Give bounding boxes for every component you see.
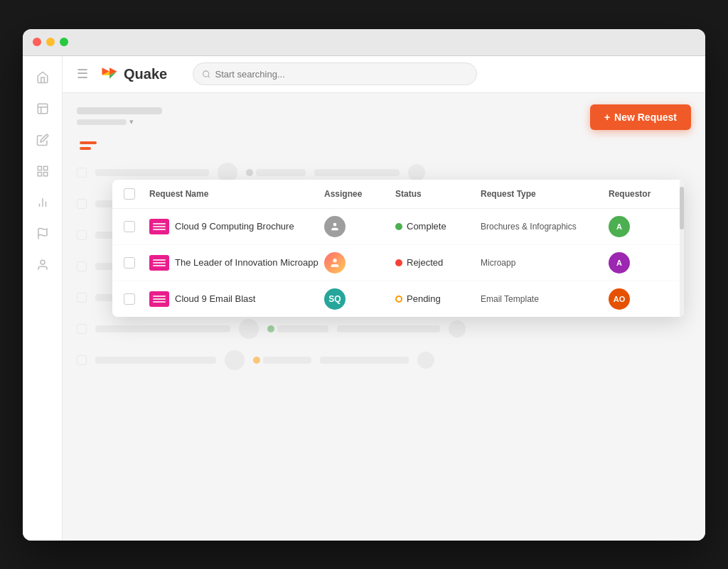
requestor-cell: A	[609, 252, 673, 273]
col-header-request-name: Request Name	[149, 189, 324, 199]
status-cell: Rejected	[395, 257, 481, 268]
svg-line-16	[208, 75, 210, 77]
search-icon	[202, 70, 210, 79]
svg-rect-0	[38, 104, 48, 114]
request-type-text: Microapp	[481, 258, 609, 268]
new-request-label: New Request	[614, 112, 677, 123]
requestor-avatar: A	[609, 252, 630, 273]
request-name-text: Cloud 9 Email Blast	[175, 293, 255, 304]
row-checkbox[interactable]	[124, 221, 135, 232]
close-button[interactable]	[33, 38, 41, 46]
page-content: ▾ + New Request	[63, 93, 705, 541]
requestor-avatar: AO	[609, 288, 630, 310]
menu-icon[interactable]: ☰	[77, 66, 88, 82]
request-type-icon	[149, 219, 169, 234]
svg-rect-3	[38, 166, 41, 170]
requestor-cell: A	[609, 216, 673, 237]
bg-table-row	[77, 346, 691, 374]
table-row[interactable]: Cloud 9 Computing Brochure Complete	[112, 209, 684, 245]
svg-point-17	[333, 222, 337, 226]
sidebar-item-person[interactable]	[30, 252, 55, 278]
logo-icon	[100, 64, 119, 84]
select-all-checkbox[interactable]	[124, 188, 149, 200]
svg-point-15	[203, 70, 209, 76]
requestor-cell: AO	[609, 288, 673, 310]
maximize-button[interactable]	[60, 38, 68, 46]
assignee-cell	[324, 252, 395, 273]
request-name-cell: Cloud 9 Computing Brochure	[149, 219, 324, 234]
breadcrumb-title	[77, 107, 162, 114]
logo: Quake	[100, 64, 167, 84]
svg-point-11	[41, 260, 45, 264]
app-body: ☰ Quake	[23, 56, 705, 541]
sidebar-item-home[interactable]	[30, 65, 55, 90]
sidebar-item-flag[interactable]	[30, 221, 55, 246]
assignee-avatar	[324, 252, 346, 273]
requests-table-card: Request Name Assignee Status Request Typ…	[112, 180, 684, 317]
titlebar	[23, 29, 705, 56]
col-header-status: Status	[395, 189, 481, 199]
svg-rect-6	[43, 172, 47, 175]
sidebar	[23, 56, 63, 541]
sidebar-item-requests[interactable]	[30, 96, 55, 121]
col-header-assignee: Assignee	[324, 189, 395, 199]
assignee-cell: SQ	[324, 288, 395, 310]
filter-icon	[80, 141, 97, 150]
request-name-cell: The Leader of Innovation Microapp	[149, 255, 324, 271]
request-type-text: Email Template	[481, 294, 609, 304]
request-name-text: Cloud 9 Computing Brochure	[175, 221, 294, 232]
assignee-avatar	[324, 216, 346, 237]
new-request-icon: +	[604, 112, 610, 123]
table-header: Request Name Assignee Status Request Typ…	[112, 180, 684, 209]
svg-rect-5	[38, 172, 41, 175]
request-type-icon	[149, 255, 169, 271]
table-row[interactable]: The Leader of Innovation Microapp Reject…	[112, 245, 684, 281]
new-request-button[interactable]: + New Request	[590, 104, 691, 130]
background-table: Request Name Assignee Status Request Typ…	[77, 141, 691, 374]
page-header: ▾ + New Request	[77, 104, 691, 130]
breadcrumb: ▾	[77, 107, 162, 126]
minimize-button[interactable]	[46, 38, 55, 46]
chevron-down-icon: ▾	[129, 117, 134, 126]
app-window: ☰ Quake	[23, 29, 705, 541]
status-dot	[395, 296, 402, 303]
main-content: ☰ Quake	[63, 56, 705, 541]
request-type-icon	[149, 291, 169, 307]
scrollbar-track[interactable]	[680, 180, 684, 317]
status-dot	[395, 259, 402, 266]
assignee-cell	[324, 216, 395, 237]
col-header-requestor: Requestor	[609, 189, 673, 199]
status-cell: Pending	[395, 293, 481, 304]
scrollbar-thumb	[680, 187, 684, 229]
status-text: Pending	[407, 293, 441, 304]
svg-rect-4	[43, 166, 47, 170]
status-dot	[395, 223, 402, 230]
status-text: Rejected	[407, 257, 443, 268]
search-bar	[193, 63, 477, 85]
breadcrumb-subtitle	[77, 119, 127, 125]
assignee-avatar: SQ	[324, 288, 346, 310]
request-name-text: The Leader of Innovation Microapp	[175, 257, 318, 268]
request-name-cell: Cloud 9 Email Blast	[149, 291, 324, 307]
requestor-avatar: A	[609, 216, 630, 237]
svg-point-18	[333, 259, 336, 262]
row-checkbox[interactable]	[124, 293, 135, 305]
sidebar-item-grid[interactable]	[30, 158, 55, 184]
sidebar-item-edit[interactable]	[30, 127, 55, 153]
status-text: Complete	[407, 221, 446, 232]
bg-table-row	[77, 315, 691, 343]
logo-text: Quake	[124, 66, 167, 82]
col-header-request-type: Request Type	[481, 189, 609, 199]
row-checkbox[interactable]	[124, 257, 135, 269]
sidebar-item-chart[interactable]	[30, 190, 55, 215]
request-type-text: Brochures & Infographics	[481, 222, 609, 232]
status-cell: Complete	[395, 221, 481, 232]
topbar: ☰ Quake	[63, 56, 705, 93]
search-input[interactable]	[215, 69, 469, 80]
traffic-lights	[33, 38, 68, 46]
table-row[interactable]: Cloud 9 Email Blast SQ Pending Email Tem…	[112, 281, 684, 317]
